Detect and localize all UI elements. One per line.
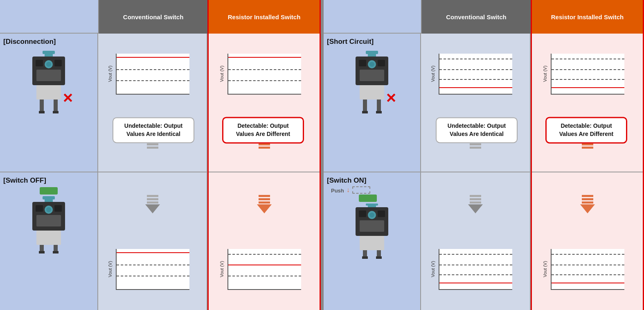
right-conv-bottom: Vout (V) xyxy=(421,172,530,310)
short-circuit-label: [Short Circuit] xyxy=(327,38,374,46)
svg-rect-8 xyxy=(36,85,61,100)
left-res-bottom: Vout (V) xyxy=(209,172,320,310)
svg-rect-16 xyxy=(36,205,43,212)
right-res-top-vout: Vout (V) xyxy=(542,66,547,82)
switch-off-label: [Switch OFF] xyxy=(3,176,46,185)
main-layout: Conventional Switch Resistor Installed S… xyxy=(0,0,644,310)
right-conv-top-vout: Vout (V) xyxy=(430,66,435,82)
right-conv-bottom-graph: Vout (V) xyxy=(439,249,512,290)
svg-rect-13 xyxy=(43,196,55,199)
push-container: Push ↓ xyxy=(331,186,370,194)
right-detectable-msg: Detectable: Output Values Are Different xyxy=(545,117,627,143)
left-conv-top-graph: Vout (V) xyxy=(116,54,189,95)
left-res-top-graph: Vout (V) xyxy=(227,54,301,95)
push-label: Push xyxy=(331,188,344,194)
right-conventional-col: Vout (V) xyxy=(421,34,531,310)
left-content: [Disconnection] xyxy=(0,34,321,310)
svg-rect-12 xyxy=(53,111,59,113)
switch-off-section: [Switch OFF] xyxy=(0,172,97,310)
svg-rect-39 xyxy=(366,204,378,206)
right-conv-top-graph: Vout (V) xyxy=(439,54,512,95)
svg-rect-20 xyxy=(36,215,61,226)
disconnection-section: [Disconnection] xyxy=(0,34,97,172)
svg-rect-33 xyxy=(360,70,384,81)
left-conventional-col: Vout (V) xyxy=(98,34,207,310)
svg-point-45 xyxy=(369,213,374,217)
svg-rect-34 xyxy=(360,85,384,100)
right-res-top-graph: Vout (V) xyxy=(551,54,624,95)
short-circuit-switch-svg xyxy=(347,50,396,115)
right-res-bottom: Vout (V) xyxy=(532,172,643,310)
svg-rect-21 xyxy=(36,231,61,245)
svg-rect-38 xyxy=(376,111,382,113)
svg-rect-27 xyxy=(368,54,376,57)
left-undetectable-msg: Undetectable: Output Values Are Identica… xyxy=(113,117,194,143)
right-panel: Conventional Switch Resistor Installed S… xyxy=(324,0,644,310)
right-content: [Short Circuit] xyxy=(324,34,644,310)
svg-rect-36 xyxy=(377,100,381,111)
left-res-bottom-vout: Vout (V) xyxy=(219,261,224,277)
push-dashed-box xyxy=(352,186,370,194)
svg-rect-11 xyxy=(39,111,45,113)
svg-rect-17 xyxy=(54,205,62,212)
switch-on-label: [Switch ON] xyxy=(327,176,366,185)
svg-rect-50 xyxy=(362,256,368,259)
svg-rect-10 xyxy=(54,100,58,111)
right-conv-bottom-vout: Vout (V) xyxy=(430,261,435,277)
short-circuit-switch-img: ✕ xyxy=(347,50,396,117)
svg-rect-40 xyxy=(368,206,376,207)
disconnection-label: [Disconnection] xyxy=(3,38,56,46)
right-conv-top: Vout (V) xyxy=(421,34,530,172)
left-res-bottom-arrow xyxy=(257,194,272,213)
svg-point-6 xyxy=(46,62,51,67)
right-switch-col: [Short Circuit] xyxy=(324,34,421,310)
svg-rect-3 xyxy=(36,60,43,66)
svg-rect-46 xyxy=(360,220,384,232)
short-circuit-section: [Short Circuit] xyxy=(324,34,420,172)
left-resistor-col: Vout (V) xyxy=(207,34,321,310)
switch-off-button xyxy=(40,187,58,195)
right-resistor-header: Resistor Installed Switch xyxy=(531,0,644,34)
svg-rect-51 xyxy=(376,256,382,259)
left-conv-bottom-vout: Vout (V) xyxy=(107,261,112,277)
push-arrow-icon: ↓ xyxy=(347,186,350,194)
svg-rect-35 xyxy=(363,100,367,111)
svg-rect-14 xyxy=(45,199,53,202)
svg-rect-37 xyxy=(362,111,368,113)
left-res-top-vout: Vout (V) xyxy=(219,66,224,82)
left-conv-bottom: Vout (V) xyxy=(98,172,207,310)
left-resistor-header: Resistor Installed Switch xyxy=(207,0,321,34)
disconnection-switch-img: ✕ xyxy=(24,50,73,117)
disconnection-red-x: ✕ xyxy=(62,92,73,105)
left-panel: Conventional Switch Resistor Installed S… xyxy=(0,0,322,310)
right-res-bottom-vout: Vout (V) xyxy=(542,261,547,277)
right-conventional-header: Conventional Switch xyxy=(421,0,531,34)
left-conv-top: Vout (V) xyxy=(98,34,207,172)
left-switch-col: [Disconnection] xyxy=(0,34,98,310)
switch-off-svg xyxy=(24,195,73,255)
right-res-top: Vout (V) xyxy=(532,34,643,172)
right-resistor-header-text: Resistor Installed Switch xyxy=(548,10,627,24)
svg-rect-1 xyxy=(45,54,53,57)
left-conventional-header-text: Conventional Switch xyxy=(120,10,187,24)
svg-rect-43 xyxy=(378,210,385,217)
right-conventional-header-text: Conventional Switch xyxy=(443,10,510,24)
left-conv-bottom-graph: Vout (V) xyxy=(116,249,189,290)
svg-rect-29 xyxy=(359,60,366,66)
left-conv-top-vout: Vout (V) xyxy=(107,66,112,82)
right-header-row: Conventional Switch Resistor Installed S… xyxy=(324,0,644,34)
svg-rect-47 xyxy=(360,236,384,250)
switch-on-svg xyxy=(347,203,396,260)
svg-rect-26 xyxy=(366,51,378,54)
svg-point-32 xyxy=(369,62,374,67)
left-conventional-header: Conventional Switch xyxy=(98,0,207,34)
left-resistor-header-text: Resistor Installed Switch xyxy=(225,10,304,24)
right-undetectable-msg: Undetectable: Output Values Are Identica… xyxy=(436,117,518,143)
right-res-bottom-arrow xyxy=(580,194,595,213)
switch-on-green-btn xyxy=(359,195,377,202)
svg-rect-4 xyxy=(54,60,62,66)
svg-rect-25 xyxy=(53,251,59,253)
left-res-top: Vout (V) xyxy=(209,34,320,172)
left-conv-bottom-arrow xyxy=(145,194,160,213)
svg-rect-7 xyxy=(36,70,61,81)
